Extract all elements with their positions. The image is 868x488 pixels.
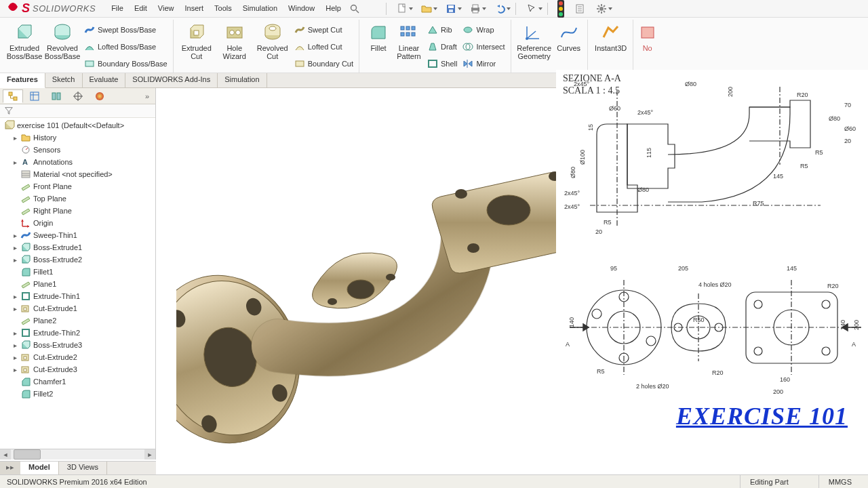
- tree-item[interactable]: ▸AAnnotations: [11, 156, 155, 168]
- tree-item[interactable]: Origin: [11, 217, 155, 229]
- hole-wizard-button[interactable]: Hole Wizard: [216, 20, 254, 60]
- tree-item-label: Fillet1: [33, 268, 53, 276]
- linear-pattern-button[interactable]: Linear Pattern: [393, 20, 425, 60]
- swept-boss-button[interactable]: Swept Boss/Base: [81, 22, 170, 37]
- motion-study-handle[interactable]: ▸▸: [0, 462, 20, 474]
- fm-tab-design-tree[interactable]: [3, 89, 23, 103]
- menu-file[interactable]: File: [106, 1, 128, 16]
- fillet-button[interactable]: Fillet: [363, 20, 393, 52]
- lofted-boss-button[interactable]: Lofted Boss/Base: [81, 39, 170, 54]
- tree-item[interactable]: ▸Extrude-Thin1: [11, 290, 155, 302]
- fm-tab-dimxpert[interactable]: [68, 89, 88, 103]
- rebuild-button[interactable]: [551, 1, 570, 16]
- tree-expander-icon[interactable]: ▸: [12, 159, 18, 166]
- mirror-button[interactable]: Mirror: [460, 56, 507, 71]
- tree-item[interactable]: Plane1: [11, 278, 155, 290]
- fm-filter-row[interactable]: [0, 104, 155, 118]
- part-icon: [4, 120, 15, 131]
- boundary-boss-button[interactable]: Boundary Boss/Base: [81, 56, 170, 71]
- tree-item[interactable]: ▸Cut-Extrude1: [11, 302, 155, 314]
- rib-button[interactable]: Rib: [425, 22, 460, 37]
- open-doc-button[interactable]: [414, 1, 439, 16]
- menu-view[interactable]: View: [153, 1, 179, 16]
- boundary-cut-button[interactable]: Boundary Cut: [292, 56, 356, 71]
- tree-item[interactable]: ▸Sweep-Thin1: [11, 229, 155, 241]
- print-button[interactable]: [463, 1, 488, 16]
- tab-evaluate[interactable]: Evaluate: [83, 73, 126, 87]
- tree-item[interactable]: Chamfer1: [11, 375, 155, 388]
- extruded-cut-button[interactable]: Extruded Cut: [178, 20, 216, 60]
- tab-3dviews[interactable]: 3D Views: [59, 462, 107, 474]
- tree-item[interactable]: ▸Cut-Extrude3: [11, 363, 155, 375]
- tree-expander-icon[interactable]: ▸: [12, 366, 18, 373]
- menu-insert[interactable]: Insert: [180, 1, 209, 16]
- lofted-cut-button[interactable]: Lofted Cut: [292, 39, 356, 54]
- fm-hscrollbar[interactable]: ◄►: [0, 449, 155, 460]
- tree-item[interactable]: Sensors: [11, 144, 155, 156]
- tree-expander-icon[interactable]: ▸: [12, 293, 18, 300]
- tree-expander-icon[interactable]: ▸: [12, 244, 18, 251]
- status-units[interactable]: MMGS: [818, 475, 861, 489]
- tree-item[interactable]: Fillet2: [11, 388, 155, 400]
- menu-window[interactable]: Window: [283, 1, 319, 16]
- tree-item[interactable]: ▸Boss-Extrude2: [11, 253, 155, 266]
- tree-expander-icon[interactable]: ▸: [12, 342, 18, 349]
- fm-tab-config[interactable]: [46, 89, 66, 103]
- save-button[interactable]: [439, 1, 463, 16]
- tree-item[interactable]: Plane2: [11, 314, 155, 327]
- reference-geometry-button[interactable]: Reference Geometry: [515, 20, 553, 60]
- options-button[interactable]: [589, 1, 614, 16]
- tree-item[interactable]: ▸Cut-Extrude2: [11, 351, 155, 363]
- fm-tab-display[interactable]: [90, 89, 110, 103]
- doc-props-button[interactable]: [570, 1, 589, 16]
- tree-item-label: Plane2: [33, 317, 56, 325]
- tree-item[interactable]: ▸Boss-Extrude1: [11, 241, 155, 253]
- fm-tab-more[interactable]: »: [142, 89, 153, 103]
- tree-item[interactable]: Fillet1: [11, 266, 155, 278]
- draft-button[interactable]: Draft: [425, 39, 460, 54]
- tree-item[interactable]: ▸Boss-Extrude3: [11, 339, 155, 351]
- graphics-viewport[interactable]: SEZIONE A-A SCALA 1 : 4.5: [156, 88, 868, 460]
- wrap-button[interactable]: Wrap: [460, 22, 507, 37]
- tree-item[interactable]: Material <not specified>: [11, 168, 155, 180]
- ribbon-truncated[interactable]: No: [637, 20, 658, 52]
- undo-button[interactable]: [488, 1, 512, 16]
- curves-button[interactable]: Curves: [553, 20, 585, 52]
- tree-item[interactable]: Front Plane: [11, 180, 155, 192]
- new-doc-button[interactable]: [390, 1, 414, 16]
- tree-item[interactable]: ▸History: [11, 131, 155, 144]
- tree-root[interactable]: exercise 101 (Default<<Default>: [3, 119, 155, 131]
- tab-features[interactable]: Features: [0, 73, 45, 88]
- tree-expander-icon[interactable]: ▸: [12, 232, 18, 239]
- menu-tools[interactable]: Tools: [210, 1, 237, 16]
- extruded-boss-button[interactable]: Extruded Boss/Base: [5, 20, 43, 60]
- shell-button[interactable]: Shell: [425, 56, 460, 71]
- tab-simulation[interactable]: Simulation: [218, 73, 267, 87]
- menu-help[interactable]: Help: [321, 1, 346, 16]
- tab-addins[interactable]: SOLIDWORKS Add-Ins: [125, 73, 218, 87]
- tree-expander-icon[interactable]: ▸: [12, 134, 18, 142]
- tab-model[interactable]: Model: [20, 462, 59, 475]
- svg-text:2x45°: 2x45°: [564, 203, 580, 210]
- svg-text:Ø80: Ø80: [829, 115, 840, 122]
- tab-sketch[interactable]: Sketch: [45, 73, 83, 87]
- tree-expander-icon[interactable]: ▸: [12, 354, 18, 361]
- select-button[interactable]: [519, 1, 544, 16]
- fm-tab-property[interactable]: [24, 89, 45, 103]
- tree-item[interactable]: ▸Extrude-Thin2: [11, 327, 155, 339]
- revolved-cut-button[interactable]: Revolved Cut: [254, 20, 292, 60]
- swept-cut-button[interactable]: Swept Cut: [292, 22, 356, 37]
- instant3d-button[interactable]: Instant3D: [592, 20, 630, 52]
- tree-item[interactable]: Right Plane: [11, 205, 155, 217]
- feature-tree[interactable]: exercise 101 (Default<<Default> ▸History…: [0, 118, 155, 449]
- tree-expander-icon[interactable]: ▸: [12, 305, 18, 312]
- help-search-icon[interactable]: [347, 1, 362, 16]
- tree-item-label: Sweep-Thin1: [33, 231, 77, 239]
- tree-item[interactable]: Top Plane: [11, 192, 155, 205]
- revolved-boss-button[interactable]: Revolved Boss/Base: [43, 20, 81, 60]
- menu-edit[interactable]: Edit: [130, 1, 152, 16]
- intersect-button[interactable]: Intersect: [460, 39, 507, 54]
- tree-expander-icon[interactable]: ▸: [12, 329, 18, 337]
- tree-expander-icon[interactable]: ▸: [12, 256, 18, 264]
- menu-simulation[interactable]: Simulation: [238, 1, 282, 16]
